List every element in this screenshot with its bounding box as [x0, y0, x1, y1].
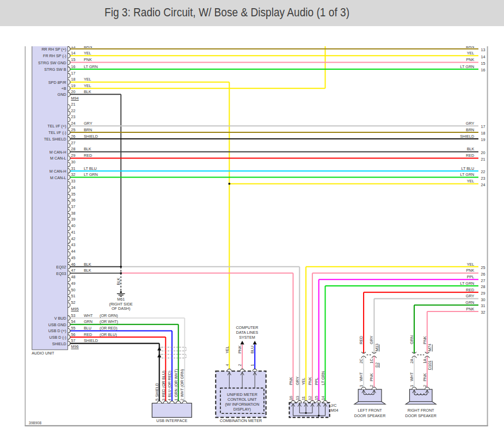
svg-text:CONTROL UNIT: CONTROL UNIT	[228, 397, 257, 402]
svg-text:24: 24	[481, 182, 485, 187]
svg-text:42: 42	[71, 236, 76, 241]
svg-text:21: 21	[481, 157, 485, 162]
svg-text:SYSTEM: SYSTEM	[239, 335, 255, 340]
svg-text:(OR BLU): (OR BLU)	[100, 332, 117, 337]
svg-text:29: 29	[481, 291, 485, 296]
svg-text:PPL: PPL	[314, 377, 319, 385]
svg-text:30: 30	[71, 160, 76, 164]
svg-text:19: 19	[481, 137, 485, 142]
svg-text:GRY: GRY	[466, 121, 475, 126]
svg-text:BLK: BLK	[84, 268, 91, 273]
svg-text:18: 18	[71, 77, 76, 82]
svg-text:BLU: BLU	[250, 346, 255, 353]
svg-text:GRY: GRY	[466, 294, 475, 298]
svg-text:EQ02: EQ02	[56, 265, 66, 270]
svg-text:BLK: BLK	[84, 146, 91, 151]
svg-text:22: 22	[71, 108, 76, 113]
svg-text:30: 30	[481, 297, 485, 302]
svg-text:LEFT FRONT: LEFT FRONT	[358, 408, 382, 413]
svg-text:15: 15	[71, 57, 76, 62]
svg-text:(W/ INFORMATION: (W/ INFORMATION	[225, 402, 259, 407]
svg-text:56: 56	[71, 332, 76, 337]
svg-text:PNK: PNK	[288, 377, 293, 385]
svg-text:31: 31	[481, 303, 485, 308]
svg-text:16: 16	[288, 396, 293, 400]
svg-text:GRY: GRY	[369, 335, 374, 344]
svg-text:39: 39	[71, 217, 76, 222]
svg-text:YEL: YEL	[467, 262, 475, 267]
svg-text:RED: RED	[466, 288, 474, 292]
svg-text:YEL: YEL	[84, 83, 91, 88]
svg-text:2: 2	[422, 385, 427, 387]
svg-text:YEL: YEL	[225, 346, 230, 353]
svg-text:(OR WHT): (OR WHT)	[100, 319, 118, 324]
svg-text:WHT: WHT	[84, 313, 93, 318]
svg-text:24: 24	[71, 121, 76, 126]
svg-text:1: 1	[359, 385, 364, 387]
svg-text:M CAN-L: M CAN-L	[50, 156, 66, 161]
svg-text:LT GRN: LT GRN	[460, 172, 475, 177]
svg-text:45: 45	[71, 255, 76, 260]
svg-text:YEL: YEL	[467, 51, 475, 56]
svg-text:48: 48	[71, 274, 76, 279]
svg-text:GRN: GRN	[84, 319, 93, 324]
svg-text:SPD 8P/R: SPD 8P/R	[48, 80, 66, 85]
svg-text:M13: M13	[374, 344, 379, 351]
svg-text:1: 1	[174, 399, 179, 401]
svg-text:Fig 3: Radio Circuit, W/ Bose: Fig 3: Radio Circuit, W/ Bose & Display …	[105, 6, 349, 19]
svg-text:USB INTERFACE: USB INTERFACE	[156, 418, 187, 423]
svg-text:LT GRN: LT GRN	[84, 172, 98, 177]
svg-text:TEL I/F (-): TEL I/F (-)	[48, 130, 66, 135]
svg-text:M CAN-H: M CAN-H	[50, 150, 66, 155]
svg-text:WHT: WHT	[359, 372, 364, 381]
svg-text:D101: D101	[427, 360, 432, 370]
svg-text:47: 47	[71, 268, 76, 273]
svg-text:RED: RED	[466, 153, 474, 158]
svg-text:TEL I/F (+): TEL I/F (+)	[47, 124, 66, 129]
svg-text:BLK: BLK	[116, 278, 121, 285]
svg-text:BLK: BLK	[84, 262, 91, 267]
svg-text:D2: D2	[374, 363, 379, 368]
svg-text:28: 28	[481, 284, 485, 289]
svg-text:50: 50	[71, 288, 76, 292]
svg-text:RED: RED	[359, 336, 364, 344]
svg-text:SHIELD: SHIELD	[155, 383, 159, 397]
svg-text:COMBINATION METER: COMBINATION METER	[220, 418, 262, 423]
svg-text:2C: 2C	[359, 358, 364, 363]
svg-text:16: 16	[481, 68, 485, 72]
svg-text:16: 16	[71, 64, 76, 69]
svg-text:37: 37	[71, 204, 76, 209]
svg-text:25: 25	[481, 265, 485, 270]
svg-text:BLK: BLK	[84, 89, 91, 94]
svg-text:5: 5	[155, 399, 159, 401]
svg-text:13: 13	[295, 396, 300, 400]
svg-text:GRY: GRY	[84, 121, 93, 126]
svg-text:32: 32	[71, 172, 76, 177]
svg-text:LT GRN: LT GRN	[460, 64, 475, 69]
svg-text:YEL: YEL	[301, 377, 306, 385]
svg-text:PNK: PNK	[237, 345, 242, 353]
svg-text:YEL: YEL	[84, 51, 91, 56]
svg-text:GRY: GRY	[295, 376, 300, 385]
svg-text:1: 1	[250, 364, 255, 366]
svg-text:GRN: GRN	[409, 335, 414, 344]
svg-text:18: 18	[481, 131, 485, 136]
svg-text:PNK: PNK	[466, 268, 475, 273]
svg-text:23: 23	[71, 114, 76, 119]
svg-text:21: 21	[71, 102, 76, 107]
svg-text:44: 44	[71, 249, 76, 254]
svg-text:PNK: PNK	[466, 307, 475, 311]
svg-text:1A: 1A	[422, 359, 427, 364]
svg-text:38: 38	[71, 211, 76, 216]
svg-text:29: 29	[71, 153, 76, 158]
svg-text:STRG SW GND: STRG SW GND	[38, 60, 66, 65]
svg-text:2: 2	[237, 364, 242, 366]
svg-text:LT BLU: LT BLU	[462, 166, 475, 171]
svg-text:25: 25	[71, 127, 76, 132]
svg-text:41: 41	[71, 230, 76, 235]
svg-text:52: 52	[71, 300, 76, 305]
svg-text:BRN: BRN	[466, 127, 474, 132]
svg-text:54: 54	[71, 319, 76, 324]
svg-text:4: 4	[225, 364, 230, 366]
svg-text:BRN: BRN	[84, 127, 92, 132]
